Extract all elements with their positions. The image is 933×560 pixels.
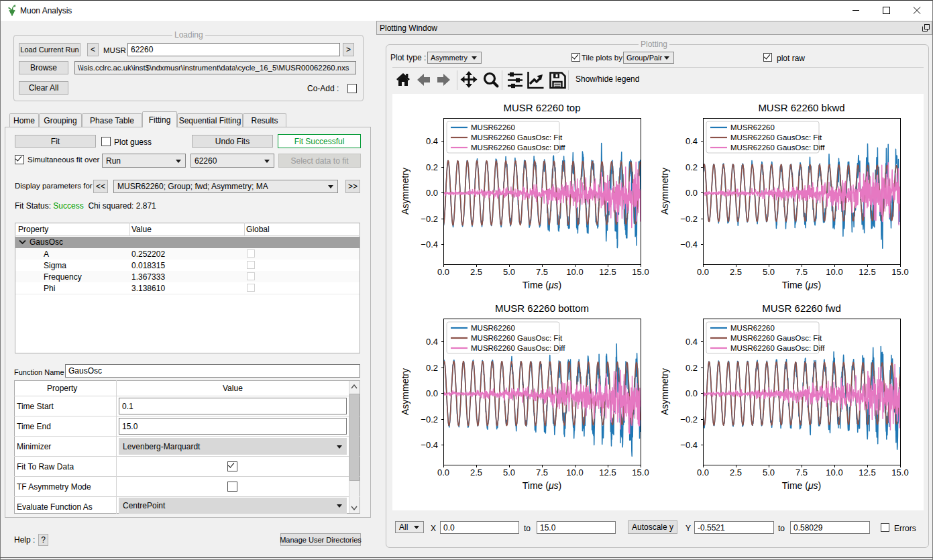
svg-text:MUSR 62260 top: MUSR 62260 top <box>503 102 580 113</box>
svg-text:2.5: 2.5 <box>730 467 742 478</box>
svg-text:0.2: 0.2 <box>685 363 698 373</box>
svg-text:0.0: 0.0 <box>697 467 709 478</box>
svg-text:10.0: 10.0 <box>826 467 842 478</box>
svg-text:7.5: 7.5 <box>536 467 548 478</box>
svg-text:MUSR62260: MUSR62260 <box>730 324 775 332</box>
svg-text:15.0: 15.0 <box>891 267 908 277</box>
svg-text:0.0: 0.0 <box>426 388 438 398</box>
svg-text:7.5: 7.5 <box>536 267 548 277</box>
svg-text:−0.4: −0.4 <box>680 440 698 450</box>
svg-text:12.5: 12.5 <box>599 267 616 277</box>
svg-text:10.0: 10.0 <box>566 267 583 277</box>
svg-text:0.0: 0.0 <box>685 388 698 398</box>
svg-text:0.0: 0.0 <box>426 188 438 198</box>
svg-text:MUSR62260: MUSR62260 <box>471 123 515 131</box>
svg-text:Asymmetry: Asymmetry <box>400 368 410 415</box>
svg-text:MUSR62260 GausOsc: Diff: MUSR62260 GausOsc: Diff <box>730 144 825 152</box>
svg-text:10.0: 10.0 <box>566 467 583 478</box>
svg-text:−0.2: −0.2 <box>680 414 698 425</box>
svg-text:0.0: 0.0 <box>437 267 449 277</box>
svg-text:15.0: 15.0 <box>632 467 649 478</box>
svg-text:MUSR62260 GausOsc: Fit: MUSR62260 GausOsc: Fit <box>730 334 822 342</box>
svg-text:Time (μs): Time (μs) <box>523 480 562 491</box>
svg-text:MUSR 62260 bkwd: MUSR 62260 bkwd <box>758 102 844 113</box>
svg-text:2.5: 2.5 <box>470 267 482 277</box>
svg-text:MUSR62260 GausOsc: Diff: MUSR62260 GausOsc: Diff <box>471 144 565 152</box>
svg-text:−0.4: −0.4 <box>680 239 698 249</box>
svg-text:MUSR62260 GausOsc: Diff: MUSR62260 GausOsc: Diff <box>730 344 825 352</box>
svg-text:12.5: 12.5 <box>599 467 616 478</box>
svg-text:MUSR62260: MUSR62260 <box>730 123 775 131</box>
svg-text:0.2: 0.2 <box>685 162 698 172</box>
svg-text:MUSR 62260 fwd: MUSR 62260 fwd <box>762 302 841 314</box>
svg-text:Time (μs): Time (μs) <box>782 480 822 491</box>
svg-text:7.5: 7.5 <box>795 467 808 478</box>
svg-text:0.4: 0.4 <box>685 337 698 347</box>
svg-text:5.0: 5.0 <box>763 467 775 478</box>
svg-text:Asymmetry: Asymmetry <box>659 168 670 215</box>
svg-text:Time (μs): Time (μs) <box>782 280 822 290</box>
svg-text:5.0: 5.0 <box>503 467 515 478</box>
svg-text:−0.4: −0.4 <box>421 239 438 249</box>
svg-text:−0.2: −0.2 <box>421 414 438 425</box>
svg-text:−0.2: −0.2 <box>421 214 438 224</box>
svg-text:0.4: 0.4 <box>685 136 698 146</box>
svg-text:MUSR62260 GausOsc: Diff: MUSR62260 GausOsc: Diff <box>471 344 565 352</box>
svg-text:MUSR62260 GausOsc: Fit: MUSR62260 GausOsc: Fit <box>471 133 563 142</box>
svg-text:5.0: 5.0 <box>763 267 775 277</box>
svg-text:2.5: 2.5 <box>730 267 742 277</box>
svg-text:0.2: 0.2 <box>426 162 438 172</box>
svg-text:Time (μs): Time (μs) <box>523 280 562 290</box>
svg-text:12.5: 12.5 <box>859 267 875 277</box>
svg-text:2.5: 2.5 <box>470 467 482 478</box>
svg-text:0.0: 0.0 <box>697 267 709 277</box>
svg-text:12.5: 12.5 <box>859 467 875 478</box>
svg-text:MUSR62260 GausOsc: Fit: MUSR62260 GausOsc: Fit <box>471 334 563 342</box>
svg-text:−0.4: −0.4 <box>421 440 438 450</box>
svg-text:Asymmetry: Asymmetry <box>659 368 670 415</box>
svg-text:0.4: 0.4 <box>426 136 438 146</box>
svg-text:15.0: 15.0 <box>891 467 908 478</box>
svg-text:15.0: 15.0 <box>632 267 649 277</box>
svg-text:0.0: 0.0 <box>437 467 449 478</box>
svg-text:0.4: 0.4 <box>426 337 438 347</box>
svg-text:−0.2: −0.2 <box>680 214 698 224</box>
svg-text:MUSR62260: MUSR62260 <box>471 324 515 332</box>
svg-text:MUSR 62260 bottom: MUSR 62260 bottom <box>495 302 589 314</box>
svg-text:10.0: 10.0 <box>826 267 842 277</box>
svg-text:0.0: 0.0 <box>685 188 698 198</box>
svg-text:5.0: 5.0 <box>503 267 515 277</box>
svg-text:Asymmetry: Asymmetry <box>400 168 410 215</box>
svg-text:0.2: 0.2 <box>426 363 438 373</box>
svg-text:MUSR62260 GausOsc: Fit: MUSR62260 GausOsc: Fit <box>730 133 822 142</box>
svg-text:7.5: 7.5 <box>795 267 808 277</box>
